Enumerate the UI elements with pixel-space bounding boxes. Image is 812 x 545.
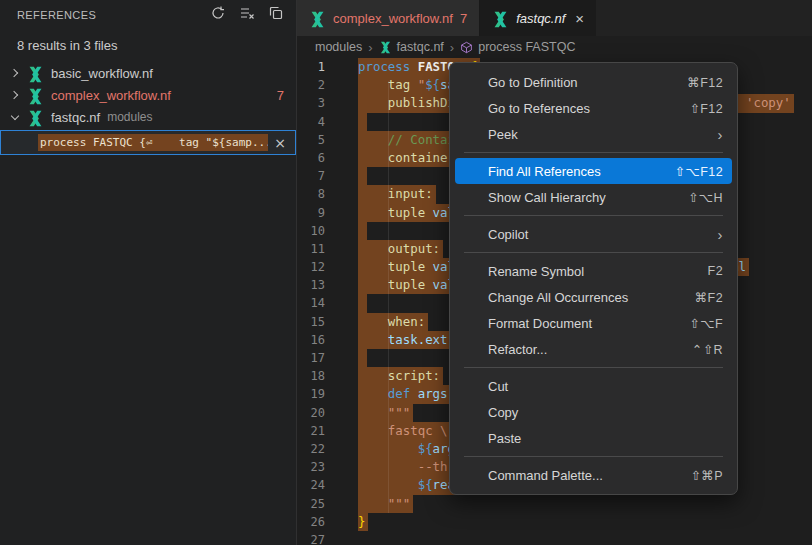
references-sidebar: REFERENCES 8 results in 3 files basic_wo… bbox=[0, 0, 297, 545]
file-name: fastqc.nf bbox=[51, 110, 100, 125]
menu-item-label: Rename Symbol bbox=[488, 264, 708, 279]
file-name: basic_workflow.nf bbox=[51, 66, 153, 81]
line-number: 4 bbox=[297, 113, 325, 131]
code-line-26[interactable]: 26} bbox=[297, 513, 812, 531]
line-content bbox=[358, 113, 367, 131]
tab-complex-workflow-nf[interactable]: complex_workflow.nf7 bbox=[297, 0, 479, 36]
sidebar-file-complex-workflow-nf[interactable]: complex_workflow.nf7 bbox=[0, 84, 296, 106]
sidebar-file-basic-workflow-nf[interactable]: basic_workflow.nf bbox=[0, 62, 296, 84]
clear-all-button[interactable] bbox=[237, 5, 257, 25]
menu-item-label: Go to References bbox=[488, 101, 689, 116]
tab-close-icon[interactable]: × bbox=[575, 10, 584, 27]
chevron-right-icon[interactable] bbox=[9, 67, 21, 79]
menu-item-shortcut: ⌘F12 bbox=[687, 75, 723, 90]
breadcrumb: modules›fastqc.nf›process FASTQC bbox=[297, 36, 812, 58]
menu-item-paste[interactable]: Paste bbox=[455, 425, 732, 451]
line-number: 10 bbox=[297, 222, 325, 240]
line-number: 27 bbox=[297, 531, 325, 545]
menu-item-copy[interactable]: Copy bbox=[455, 399, 732, 425]
line-number: 9 bbox=[297, 204, 325, 222]
menu-item-label: Peek bbox=[488, 127, 718, 142]
breadcrumb-separator: › bbox=[368, 40, 372, 55]
menu-item-copilot[interactable]: Copilot› bbox=[455, 221, 732, 247]
breadcrumb-separator: › bbox=[450, 40, 454, 55]
tab-badge: 7 bbox=[460, 11, 467, 26]
tab-label: complex_workflow.nf bbox=[333, 11, 453, 26]
tab-fastqc-nf[interactable]: fastqc.nf× bbox=[479, 0, 596, 36]
menu-item-label: Go to Definition bbox=[488, 75, 687, 90]
menu-item-shortcut: F2 bbox=[708, 264, 723, 278]
line-number: 17 bbox=[297, 349, 325, 367]
menu-item-peek[interactable]: Peek› bbox=[455, 121, 732, 147]
breadcrumb-item-fastqc-nf[interactable]: fastqc.nf bbox=[379, 40, 444, 54]
line-number: 6 bbox=[297, 149, 325, 167]
result-count-badge: 7 bbox=[277, 88, 284, 103]
clear-all-icon bbox=[239, 5, 255, 25]
line-number: 3 bbox=[297, 94, 325, 112]
tab-label: fastqc.nf bbox=[516, 11, 565, 26]
menu-item-shortcut: ⇧⌥F12 bbox=[675, 164, 723, 179]
submenu-chevron-icon: › bbox=[718, 227, 723, 242]
dismiss-reference-icon[interactable]: × bbox=[274, 135, 286, 151]
breadcrumb-label: modules bbox=[315, 40, 362, 54]
menu-item-shortcut: ⇧F12 bbox=[689, 101, 723, 116]
line-content: fastqc \ bbox=[358, 422, 451, 440]
menu-item-go-to-references[interactable]: Go to References⇧F12 bbox=[455, 95, 732, 121]
menu-item-label: Refactor... bbox=[488, 342, 692, 357]
menu-item-label: Cut bbox=[488, 379, 723, 394]
line-number: 25 bbox=[297, 495, 325, 513]
menu-item-cut[interactable]: Cut bbox=[455, 373, 732, 399]
menu-item-format-document[interactable]: Format Document⇧⌥F bbox=[455, 310, 732, 336]
line-number: 13 bbox=[297, 276, 325, 294]
menu-item-find-all-references[interactable]: Find All References⇧⌥F12 bbox=[455, 158, 732, 184]
line-number: 11 bbox=[297, 240, 325, 258]
menu-item-go-to-definition[interactable]: Go to Definition⌘F12 bbox=[455, 69, 732, 95]
editor-context-menu: Go to Definition⌘F12Go to References⇧F12… bbox=[449, 62, 738, 495]
menu-item-change-all-occurrences[interactable]: Change All Occurrences⌘F2 bbox=[455, 284, 732, 310]
line-number: 18 bbox=[297, 367, 325, 385]
nextflow-file-icon bbox=[27, 88, 44, 103]
code-line-27[interactable]: 27 bbox=[297, 531, 812, 545]
menu-item-refactor[interactable]: Refactor...⌃⇧R bbox=[455, 336, 732, 362]
menu-separator bbox=[464, 456, 723, 457]
line-number: 5 bbox=[297, 131, 325, 149]
collapse-all-icon bbox=[268, 5, 284, 25]
chevron-right-icon[interactable] bbox=[9, 89, 21, 101]
line-number: 16 bbox=[297, 331, 325, 349]
sidebar-file-fastqc-nf[interactable]: fastqc.nfmodules bbox=[0, 106, 296, 128]
code-line-25[interactable]: 25 """ bbox=[297, 495, 812, 513]
menu-item-label: Copilot bbox=[488, 227, 718, 242]
line-number: 14 bbox=[297, 294, 325, 312]
menu-item-label: Command Palette... bbox=[488, 468, 690, 483]
menu-separator bbox=[464, 367, 723, 368]
reference-result-item[interactable]: process FASTQC {⏎ tag "${samp... × bbox=[0, 130, 296, 155]
line-number: 19 bbox=[297, 385, 325, 403]
breadcrumb-item-process-fastqc[interactable]: process FASTQC bbox=[460, 40, 575, 54]
line-content: output: bbox=[358, 240, 443, 258]
menu-separator bbox=[464, 152, 723, 153]
references-header: REFERENCES bbox=[0, 0, 296, 30]
collapse-all-button[interactable] bbox=[266, 5, 286, 25]
menu-item-command-palette[interactable]: Command Palette...⇧⌘P bbox=[455, 462, 732, 488]
line-number: 24 bbox=[297, 476, 325, 494]
refresh-button[interactable] bbox=[208, 5, 228, 25]
line-number: 1 bbox=[297, 58, 325, 76]
nextflow-file-icon bbox=[27, 66, 44, 81]
menu-item-label: Paste bbox=[488, 431, 723, 446]
menu-item-shortcut: ⌘F2 bbox=[695, 290, 723, 305]
line-content: """ bbox=[358, 404, 413, 422]
line-content bbox=[358, 222, 367, 240]
breadcrumb-item-modules[interactable]: modules bbox=[315, 40, 362, 54]
menu-item-rename-symbol[interactable]: Rename SymbolF2 bbox=[455, 258, 732, 284]
line-number: 21 bbox=[297, 422, 325, 440]
breadcrumb-label: fastqc.nf bbox=[397, 40, 444, 54]
chevron-down-icon[interactable] bbox=[9, 111, 21, 123]
line-content: script: bbox=[358, 367, 443, 385]
menu-item-label: Find All References bbox=[488, 164, 675, 179]
nextflow-file-icon bbox=[492, 11, 509, 26]
line-content: input: bbox=[358, 185, 436, 203]
references-toolbar bbox=[208, 5, 286, 25]
refresh-icon bbox=[210, 5, 226, 25]
menu-item-show-call-hierarchy[interactable]: Show Call Hierarchy⇧⌥H bbox=[455, 184, 732, 210]
line-content: when: bbox=[358, 313, 428, 331]
